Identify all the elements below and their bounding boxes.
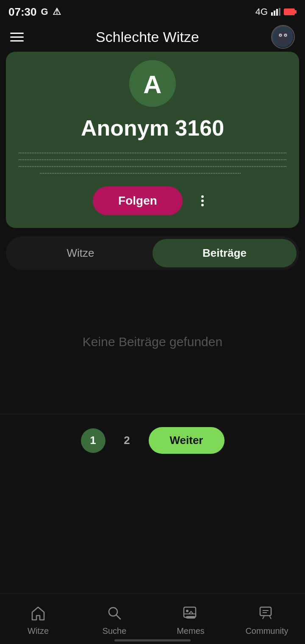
svg-rect-2 — [276, 9, 278, 16]
page-2-button[interactable]: 2 — [115, 428, 139, 453]
home-icon — [30, 605, 46, 623]
tabs-section: Witze Beiträge — [6, 236, 299, 270]
google-icon: G — [41, 6, 48, 17]
bottom-nav: Witze Suche Memes — [0, 593, 305, 644]
nav-item-witze[interactable]: Witze — [0, 605, 76, 636]
nav-label-community: Community — [245, 626, 288, 636]
content-area: Keine Beiträge gefunden — [0, 270, 305, 414]
svg-rect-1 — [274, 11, 275, 16]
nav-label-suche: Suche — [103, 626, 127, 636]
status-right: 4G — [255, 6, 297, 17]
nav-item-community[interactable]: Community — [229, 605, 305, 636]
page-1-button[interactable]: 1 — [81, 428, 105, 453]
nav-label-memes: Memes — [177, 626, 205, 636]
more-dot-1 — [201, 195, 204, 198]
bio-line-1 — [19, 153, 286, 153]
bio-line-2 — [19, 159, 286, 160]
next-button[interactable]: Weiter — [149, 427, 225, 454]
nav-item-suche[interactable]: Suche — [76, 605, 152, 636]
avatar-image — [272, 26, 294, 48]
svg-point-13 — [285, 35, 286, 36]
avatar[interactable] — [271, 25, 295, 49]
svg-rect-0 — [271, 12, 273, 16]
svg-point-12 — [280, 35, 281, 36]
svg-text:A: A — [143, 70, 161, 99]
profile-bio-placeholder — [19, 153, 286, 174]
svg-rect-4 — [284, 8, 295, 15]
svg-rect-22 — [260, 607, 271, 616]
image-icon — [183, 605, 198, 623]
network-type: 4G — [255, 6, 268, 17]
pagination: 1 2 Weiter — [0, 414, 305, 466]
status-bar: 07:30 G ⚠ 4G — [0, 0, 305, 22]
bio-line-3 — [19, 166, 286, 167]
svg-rect-18 — [184, 607, 196, 617]
alert-icon: ⚠ — [53, 6, 61, 17]
menu-button[interactable] — [10, 33, 24, 42]
svg-point-7 — [277, 31, 289, 44]
profile-card: A Anonym 3160 Folgen — [6, 52, 299, 228]
more-dot-2 — [201, 200, 204, 202]
tab-beitraege[interactable]: Beiträge — [152, 239, 297, 267]
time: 07:30 — [8, 6, 37, 19]
community-icon — [259, 605, 274, 623]
page-title: Schlechte Witze — [96, 29, 199, 45]
search-icon — [107, 605, 122, 623]
svg-point-21 — [186, 610, 189, 612]
battery-icon — [284, 8, 297, 15]
svg-rect-5 — [295, 10, 297, 14]
nav-label-witze: Witze — [28, 626, 49, 636]
signal-icon — [271, 8, 280, 16]
profile-avatar: A — [129, 60, 176, 107]
empty-message: Keine Beiträge gefunden — [83, 335, 222, 349]
profile-username: Anonym 3160 — [81, 115, 224, 141]
bio-line-4 — [40, 173, 241, 174]
svg-rect-3 — [279, 8, 280, 16]
svg-line-17 — [116, 615, 120, 619]
profile-actions: Folgen — [93, 186, 212, 215]
home-indicator — [114, 639, 191, 641]
follow-button[interactable]: Folgen — [93, 186, 183, 215]
more-dot-3 — [201, 204, 204, 206]
top-nav: Schlechte Witze — [0, 22, 305, 52]
svg-point-16 — [109, 608, 117, 616]
tab-witze[interactable]: Witze — [8, 239, 152, 267]
more-options-button[interactable] — [193, 191, 212, 211]
nav-item-memes[interactable]: Memes — [152, 605, 229, 636]
status-left: 07:30 G ⚠ — [8, 6, 61, 19]
